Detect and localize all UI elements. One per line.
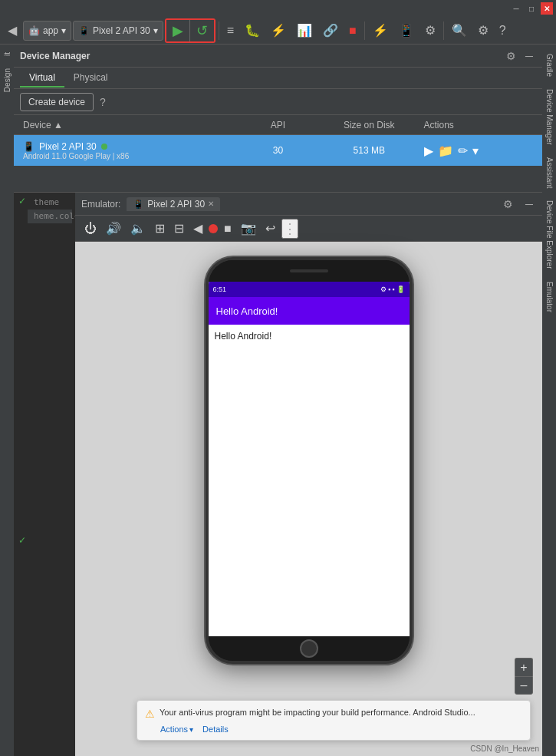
- app-label: app: [43, 25, 58, 36]
- emu-fold-btn[interactable]: ⊟: [171, 220, 187, 237]
- sidebar-tab-design[interactable]: Design: [2, 64, 13, 97]
- app-dropdown[interactable]: 🤖 app ▾: [23, 21, 71, 41]
- status-signal-icon: ▪: [388, 286, 390, 293]
- emu-record-btn[interactable]: [209, 224, 218, 233]
- emulator-tab-label: Pixel 2 API 30: [147, 199, 205, 210]
- emulator-label: Emulator:: [81, 199, 120, 210]
- phone-side-button-left-1: [206, 337, 207, 365]
- zoom-out-button[interactable]: –: [515, 676, 533, 695]
- device-mgr-btn[interactable]: 📱: [394, 20, 419, 41]
- tab-virtual[interactable]: Virtual: [20, 69, 64, 87]
- maximize-button[interactable]: □: [525, 2, 538, 15]
- minimize-button[interactable]: ─: [510, 2, 522, 15]
- right-tab-file-explorer[interactable]: Device File Explorer: [544, 194, 555, 275]
- phone-time: 6:51: [213, 286, 227, 293]
- toast-message: Your anti-virus program might be impacti…: [160, 707, 475, 718]
- rerun-button[interactable]: ↺: [189, 20, 214, 41]
- separator-1: [219, 21, 219, 40]
- emulator-close-icon[interactable]: ✕: [208, 200, 214, 208]
- phone-screen: 6:51 ⚙ ▪ ▪ 🔋 Hello Android!: [209, 282, 410, 636]
- run-button[interactable]: ▶: [166, 20, 189, 41]
- profiler-btn[interactable]: 📊: [292, 20, 317, 41]
- phone-mockup: 6:51 ⚙ ▪ ▪ 🔋 Hello Android!: [206, 257, 413, 664]
- emu-undo-btn[interactable]: ↩: [262, 220, 278, 237]
- emulator-body: 6:51 ⚙ ▪ ▪ 🔋 Hello Android!: [75, 242, 542, 756]
- check-icon-2: ✓: [18, 535, 26, 546]
- details-button[interactable]: Details: [202, 725, 229, 734]
- col-header-api: API: [242, 120, 314, 130]
- emulator-tab[interactable]: 📱 Pixel 2 API 30 ✕: [127, 197, 220, 211]
- more-action-icon[interactable]: ▾: [472, 144, 479, 158]
- tab-physical[interactable]: Physical: [64, 69, 117, 87]
- device-manager-header: Device Manager ⚙ ─: [14, 45, 542, 68]
- separator-3: [443, 21, 444, 40]
- phone-speaker: [290, 269, 328, 272]
- zoom-in-button[interactable]: +: [515, 658, 533, 676]
- right-tab-gradle[interactable]: Gradle: [544, 48, 555, 83]
- emu-vol-down-btn[interactable]: 🔈: [127, 220, 149, 237]
- emu-stop-btn[interactable]: ■: [221, 220, 235, 237]
- emu-screenshot-btn[interactable]: 📷: [238, 220, 259, 237]
- phone-app-title: Hello Android!: [216, 305, 278, 317]
- device-table: Device ▲ API Size on Disk Actions 📱 Pixe…: [14, 115, 542, 192]
- right-tab-assistant[interactable]: Assistant: [544, 151, 555, 195]
- device-label: Pixel 2 API 30: [93, 25, 150, 36]
- emu-power-btn[interactable]: ⏻: [81, 220, 100, 237]
- help-toolbar-btn[interactable]: ?: [495, 20, 511, 41]
- sync-btn[interactable]: ⚡: [368, 20, 393, 41]
- status-battery-icon: 🔋: [396, 286, 405, 293]
- back-button[interactable]: ◀: [3, 20, 21, 41]
- phone-bottom-bar: [209, 636, 410, 661]
- actions-button[interactable]: Actions ▾: [160, 725, 193, 734]
- phone-side-button-left-2: [206, 374, 207, 401]
- device-subtitle: Android 11.0 Google Play | x86: [23, 152, 242, 160]
- emu-back-btn[interactable]: ◀: [190, 220, 206, 237]
- emulator-minimize-btn[interactable]: ─: [522, 196, 536, 212]
- device-help-button[interactable]: ?: [100, 96, 106, 108]
- right-sidebar: Gradle Device Manager Assistant Device F…: [542, 45, 556, 756]
- check-icon-1: ✓: [18, 196, 26, 206]
- content-area: it Design Device Manager ⚙ ─ Virtual Phy…: [0, 45, 556, 756]
- emu-vol-up-btn[interactable]: 🔊: [103, 220, 124, 237]
- device-col: 📱 Pixel 2 API 30 Android 11.0 Google Pla…: [23, 141, 242, 160]
- device-dropdown[interactable]: 📱 Pixel 2 API 30 ▾: [73, 21, 163, 41]
- status-settings-icon: ⚙: [380, 286, 387, 293]
- actions-label: Actions: [160, 725, 188, 734]
- emulator-settings-btn[interactable]: ⚙: [500, 196, 516, 212]
- coverage-btn[interactable]: ⚡: [266, 20, 291, 41]
- emu-rotate-btn[interactable]: ⊞: [152, 220, 168, 237]
- toast-header: ⚠ Your anti-virus program might be impac…: [145, 707, 522, 720]
- settings-button[interactable]: ⚙: [473, 20, 493, 41]
- table-header: Device ▲ API Size on Disk Actions: [14, 115, 542, 135]
- col-header-size: Size on Disk: [314, 120, 424, 130]
- phone-home-button[interactable]: [300, 639, 318, 658]
- close-button[interactable]: ✕: [541, 2, 553, 15]
- minimize-panel-btn[interactable]: ─: [522, 48, 536, 64]
- play-action-icon[interactable]: ▶: [424, 144, 433, 158]
- attach-btn[interactable]: 🔗: [318, 20, 343, 41]
- emu-more-btn[interactable]: ⋮: [281, 219, 298, 239]
- table-row[interactable]: 📱 Pixel 2 API 30 Android 11.0 Google Pla…: [14, 135, 542, 166]
- device-chevron-icon: ▾: [153, 25, 158, 36]
- settings-icon-btn[interactable]: ⚙: [503, 48, 519, 64]
- stop-btn[interactable]: ■: [344, 20, 361, 41]
- right-tab-emulator[interactable]: Emulator: [544, 276, 555, 319]
- sidebar-tab-it[interactable]: it: [2, 48, 13, 61]
- phone-side-button-right: [411, 352, 413, 391]
- right-tab-device-manager[interactable]: Device Manager: [544, 83, 555, 151]
- left-sidebar: it Design: [0, 45, 14, 756]
- search-button[interactable]: 🔍: [447, 20, 472, 41]
- layout-btn[interactable]: ≡: [222, 20, 239, 41]
- phone-content: Hello Android!: [209, 325, 410, 636]
- sdk-btn[interactable]: ⚙: [420, 20, 440, 41]
- emulator-panel: Emulator: 📱 Pixel 2 API 30 ✕ ⚙ ─ ⏻ 🔊 🔈 ⊞: [75, 193, 542, 756]
- create-device-button[interactable]: Create device: [20, 93, 94, 111]
- phone-status-bar: 6:51 ⚙ ▪ ▪ 🔋: [209, 282, 410, 297]
- main-panel: Device Manager ⚙ ─ Virtual Physical Crea…: [14, 45, 542, 756]
- device-phone-icon: 📱: [23, 141, 35, 152]
- emulator-toolbar: ⏻ 🔊 🔈 ⊞ ⊟ ◀ ■ 📷 ↩ ⋮: [75, 216, 542, 242]
- debug-btn[interactable]: 🐛: [240, 20, 265, 41]
- edit-action-icon[interactable]: ✏: [458, 144, 468, 158]
- folder-action-icon[interactable]: 📁: [438, 144, 453, 158]
- code-line-color: heme.color: [28, 210, 72, 223]
